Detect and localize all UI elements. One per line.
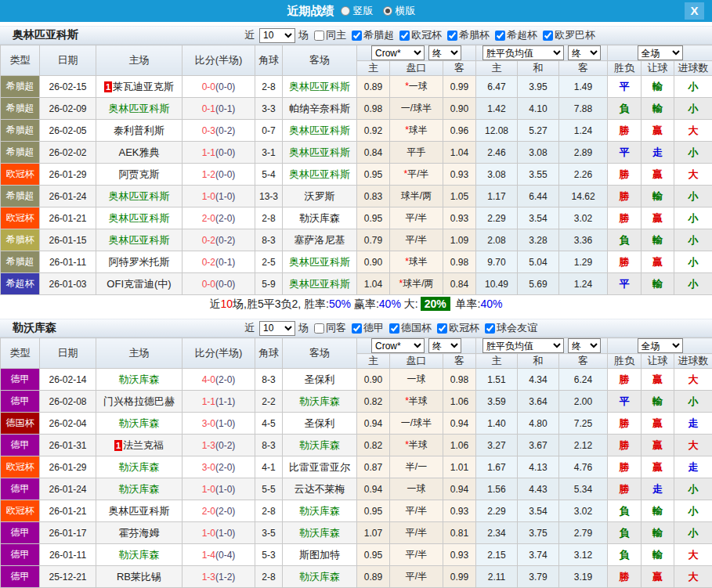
- away-team: 塞萨洛尼基: [283, 229, 357, 251]
- corners: 2-8: [255, 76, 283, 98]
- league-filter-checkbox[interactable]: [352, 31, 362, 41]
- home-team: AEK雅典: [96, 142, 183, 164]
- league-badge: 希腊超: [1, 251, 40, 273]
- away-handicap-odds: 0.94: [443, 478, 476, 500]
- sub-column-header: 和: [518, 354, 559, 369]
- odds-company-header: Crow*终: [357, 45, 476, 61]
- league-filter-checkbox[interactable]: [543, 31, 553, 41]
- result-goals: 大: [674, 544, 712, 566]
- match-row: 希腊超26-01-11阿特罗米托斯0-2(0-1)2-5奥林匹亚科斯0.90*球…: [1, 251, 712, 273]
- wdl-time-select[interactable]: 终: [568, 338, 601, 353]
- radio-vertical-icon[interactable]: [341, 6, 350, 16]
- result-handicap: 贏: [642, 456, 674, 478]
- odds-company-select[interactable]: Crow*: [371, 45, 425, 60]
- matches-table: 类型日期主场比分(半场)角球客场Crow*终胜平负均值终全场主盘口客主和客胜负让…: [0, 45, 712, 295]
- column-header: 主场: [96, 338, 183, 369]
- home-team-name: AEK雅典: [118, 146, 159, 158]
- result-goals: 小: [674, 273, 712, 295]
- result-handicap: 輸: [642, 76, 674, 98]
- halftime-score: (2-0): [215, 506, 235, 517]
- handicap-text: 球半/两: [401, 190, 432, 201]
- league-filter-checkbox[interactable]: [485, 323, 495, 334]
- same-venue-checkbox[interactable]: [314, 323, 324, 334]
- league-filter-checkbox[interactable]: [352, 323, 362, 334]
- home-team-name: 勒沃库森: [119, 373, 160, 385]
- match-date: 26-02-05: [40, 120, 96, 142]
- fulltime-score: 0-2: [202, 235, 215, 246]
- home-team-name: 勒沃库森: [119, 549, 160, 561]
- odds-away-win: 3.36: [559, 229, 608, 251]
- score-cell: 3-0(2-0): [183, 456, 255, 478]
- odds-draw: 3.95: [518, 76, 559, 98]
- league-filter-checkbox[interactable]: [447, 31, 457, 41]
- handicap-text: 平/半: [407, 168, 428, 179]
- home-handicap-odds: 0.89: [357, 76, 390, 98]
- league-filter-checkbox[interactable]: [495, 31, 505, 41]
- home-handicap-odds: 0.89: [357, 566, 390, 588]
- handicap-text: 一/球半: [401, 417, 432, 428]
- summary-segment: 近: [210, 298, 221, 310]
- layout-vertical-label: 竖版: [353, 4, 374, 18]
- away-team-name: 圣保利: [305, 373, 335, 385]
- fulltime-score: 1-1: [202, 396, 215, 407]
- wdl-average-select[interactable]: 胜平负均值: [482, 45, 564, 60]
- home-team: 勒沃库森: [96, 544, 183, 566]
- match-date: 26-02-04: [40, 413, 96, 435]
- close-button[interactable]: X: [685, 2, 704, 20]
- halftime-score: (1-2): [215, 572, 235, 583]
- fulltime-score: 4-0: [202, 374, 215, 385]
- match-date: 26-02-08: [40, 391, 96, 413]
- recent-count-select[interactable]: 10: [259, 28, 295, 43]
- score-cell: 0-1(0-1): [183, 98, 255, 120]
- halftime-score: (0-0): [215, 169, 235, 180]
- handicap-text: 平/半: [406, 234, 427, 245]
- league-filter-checkbox[interactable]: [399, 31, 410, 41]
- layout-horizontal-option[interactable]: 横版: [383, 4, 416, 18]
- odds-away-win: 4.76: [559, 456, 608, 478]
- result-goals: 小: [674, 142, 712, 164]
- sub-column-header: 进球数: [674, 354, 712, 369]
- match-row: 欧冠杯26-01-29阿贾克斯1-2(0-0)5-4奥林匹亚科斯0.95*平/半…: [1, 164, 712, 186]
- handicap-line: *半球: [390, 391, 443, 413]
- layout-vertical-option[interactable]: 竖版: [341, 4, 374, 18]
- wdl-average-select[interactable]: 胜平负均值: [482, 338, 564, 353]
- home-team: 泰利普利斯: [96, 120, 183, 142]
- odds-time-select[interactable]: 终: [428, 45, 461, 60]
- away-handicap-odds: 0.94: [443, 413, 476, 435]
- sub-column-header: 客: [443, 354, 476, 369]
- result-handicap: 輸: [642, 98, 674, 120]
- recent-count-select[interactable]: 10: [259, 321, 295, 336]
- corners: 2-5: [255, 251, 283, 273]
- away-team-name: 斯图加特: [299, 549, 340, 561]
- league-filter-checkbox[interactable]: [437, 323, 447, 334]
- wdl-time-select[interactable]: 终: [568, 45, 601, 60]
- odds-company-select[interactable]: Crow*: [371, 338, 425, 353]
- odds-home-win: 9.70: [476, 251, 518, 273]
- home-team: 奥林匹亚科斯: [96, 229, 183, 251]
- fulltime-score: 3-0: [202, 418, 215, 429]
- result-handicap: 贏: [642, 435, 674, 456]
- odds-home-win: 1.42: [476, 98, 518, 120]
- odds-time-select[interactable]: 终: [428, 338, 461, 353]
- scope-select[interactable]: 全场: [638, 45, 683, 60]
- league-filter-checkbox[interactable]: [389, 323, 399, 334]
- score-cell: 1-0(1-0): [183, 522, 255, 544]
- odds-away-win: 14.62: [559, 186, 608, 207]
- scope-select[interactable]: 全场: [638, 338, 683, 353]
- handicap-line: 平/半: [390, 207, 443, 229]
- odds-company-header: Crow*终: [357, 338, 476, 354]
- handicap-line: 平/半: [390, 544, 443, 566]
- odds-draw: 3.64: [518, 391, 559, 413]
- same-venue-checkbox[interactable]: [314, 31, 324, 41]
- home-team-name: 阿贾克斯: [119, 168, 160, 180]
- fulltime-score: 2-0: [202, 213, 215, 224]
- away-handicap-odds: 1.04: [443, 142, 476, 164]
- corners: 2-8: [255, 207, 283, 229]
- away-handicap-odds: 0.98: [443, 251, 476, 273]
- league-badge: 德甲: [1, 544, 40, 566]
- result-wdl: 負: [608, 98, 642, 120]
- odds-draw: 6.44: [518, 186, 559, 207]
- league-filter-label: 欧冠杯: [449, 321, 479, 335]
- home-team-name: 莱瓦迪亚克斯: [113, 81, 174, 92]
- radio-horizontal-icon[interactable]: [383, 6, 392, 16]
